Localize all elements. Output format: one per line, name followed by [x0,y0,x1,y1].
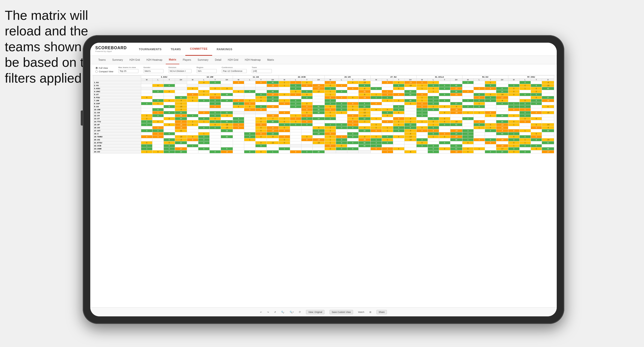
matrix-cell: 19 [312,117,325,120]
matrix-cell: -10 [450,120,462,123]
matrix-cell: 1 [290,114,301,117]
gender-select[interactable]: Men's Women's [143,69,164,73]
region-select[interactable]: N/A Northeast Southeast West [197,69,217,73]
matrix-cell: 12 [404,123,416,126]
matrix-cell [519,147,531,150]
full-view-radio[interactable]: Full View [95,67,113,69]
matrix-cell: -2 [175,138,187,141]
sub-nav-matrix[interactable]: Matrix [166,56,179,64]
matrix-cell: 4 [358,84,370,87]
matrix-cell: 0 [393,111,404,114]
sub-nav-players[interactable]: Players [180,56,194,64]
matrix-cell: 0 [233,123,244,126]
sub-nav-h2h-heatmap2[interactable]: H2H Heatmap [242,56,264,64]
matrix-cell: 0 [279,141,290,144]
nav-rankings[interactable]: RANKINGS [212,43,237,56]
nav-tournaments[interactable]: TOURNAMENTS [134,43,166,56]
sub-nav-detail[interactable]: Detail [212,56,224,64]
matrix-cell: -12 [358,111,370,114]
compact-view-radio[interactable]: Compact View [95,70,113,73]
share-btn[interactable]: Share [376,310,387,314]
uu-t: T [485,79,496,81]
watch-btn[interactable]: Watch [358,311,364,313]
matrix-cell [267,111,279,114]
matrix-cell [404,147,416,150]
matrix-cell: 1 [336,111,347,114]
matrix-cell: 1 [336,135,347,138]
matrix-cell: 0 [336,123,347,126]
sub-nav-summary2[interactable]: Summary [195,56,211,64]
save-custom-btn[interactable]: Save Custom View [330,310,353,314]
matrix-cell [290,132,301,135]
matrix-cell: -9 [542,126,554,129]
zoom-out-btn[interactable]: 🔍- [281,311,285,313]
matrix-cell: 0 [209,93,221,96]
row-header: 3. ASU [93,87,141,90]
ucla-l: L [428,79,439,81]
matrix-cell: 1 [325,90,336,93]
matrix-cell [462,108,473,111]
matrix-cell [209,135,221,138]
matrix-cell: 0 [209,111,221,114]
matrix-cell: -25 [496,144,508,147]
matrix-cell: 0 [141,135,152,138]
matrix-cell: 0 [164,105,175,108]
matrix-cell: 0 [428,126,439,129]
matrix-cell [404,141,416,144]
matrix-cell [209,132,221,135]
ua-dif: Dif [267,79,279,81]
sub-nav-matrix2[interactable]: Matrix [264,56,277,64]
matrix-cell: 27 [450,102,462,105]
refresh-btn[interactable]: ↺ [274,311,276,313]
matrix-cell: 1 [428,90,439,93]
matrix-cell: 1 [371,96,382,99]
matrix-cell: 0 [439,111,450,114]
clock-btn[interactable]: ⏱ [299,311,301,313]
matrix-cell: 0 [255,117,267,120]
matrix-cell: 0 [233,99,244,102]
matrix-cell [279,105,290,108]
matrix-cell [462,102,473,105]
matrix-cell [393,141,404,144]
matrix-cell: 40 [267,99,279,102]
sub-nav-summary[interactable]: Summary [109,56,126,64]
matrix-cell: 2 [325,102,336,105]
matrix-cell: 0 [519,93,531,96]
sub-nav-h2h-grid2[interactable]: H2H Grid [225,56,241,64]
matrix-cell: -16 [175,135,187,138]
matrix-scroll[interactable]: 3. ASU 10. UW 11. UA 22. UCB 24. UO 27. … [90,75,557,316]
matrix-cell [187,150,198,153]
matrix-cell: 1 [519,141,531,144]
division-select[interactable]: NCAA Division I NCAA Division II NCAA Di… [169,69,192,73]
nav-committee[interactable]: COMMITTEE [185,43,212,56]
sub-nav-h2h-grid[interactable]: H2H Grid [126,56,143,64]
matrix-cell [198,144,210,147]
matrix-cell: 0 [371,126,382,129]
matrix-cell: -29 [175,123,187,126]
nav-teams[interactable]: TEAMS [166,43,185,56]
matrix-cell: 0 [301,93,312,96]
max-teams-select[interactable]: Top 25 Top 50 All [118,69,138,73]
undo-btn[interactable]: ↩ [260,311,262,313]
matrix-cell: 0 [152,108,164,111]
matrix-cell [290,111,301,114]
conference-label: Conference [222,66,247,69]
matrix-cell [485,120,496,123]
matrix-cell [393,132,404,135]
view-original-btn[interactable]: View: Original [306,310,324,314]
matrix-cell: -15 [358,81,370,84]
matrix-cell [417,132,428,135]
zoom-in-btn[interactable]: 🔍+ [290,311,294,313]
matrix-cell [473,108,485,111]
team-select[interactable]: (All) [252,69,272,73]
matrix-cell [141,93,152,96]
sub-nav-h2h-heatmap[interactable]: H2H Heatmap [143,56,165,64]
matrix-cell: 2 [462,81,473,84]
matrix-cell [187,105,198,108]
matrix-cell: 1 [198,93,210,96]
sub-nav-teams[interactable]: Teams [95,56,109,64]
conference-select[interactable]: Pac-12 Conference ACC SEC Big Ten [222,69,247,73]
redo-btn[interactable]: ↪ [267,311,269,313]
matrix-cell: 0 [301,123,312,126]
matrix-cell: -5 [221,87,233,90]
